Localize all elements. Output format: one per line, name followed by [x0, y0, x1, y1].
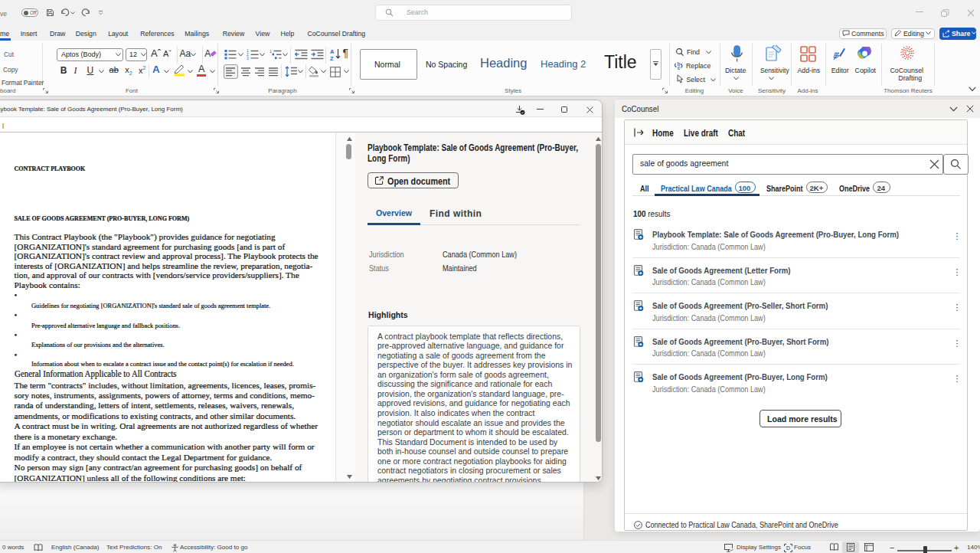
svg-text:c: c	[678, 65, 681, 70]
svg-text:D: D	[786, 545, 790, 551]
svg-text:1: 1	[270, 49, 272, 54]
svg-text:3: 3	[247, 56, 249, 61]
svg-text:Z: Z	[330, 55, 334, 61]
